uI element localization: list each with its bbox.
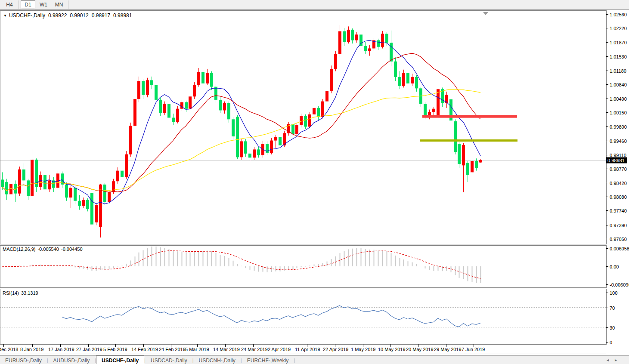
candle-body bbox=[454, 121, 457, 152]
tab-scroll-right-icon[interactable]: ▸ bbox=[615, 358, 617, 362]
chart-tab-usdcnh[interactable]: USDCNH-,Daily bbox=[194, 356, 241, 364]
candle bbox=[35, 158, 38, 192]
candle-body bbox=[475, 161, 478, 168]
candle-body bbox=[317, 108, 320, 117]
candle-body bbox=[69, 188, 72, 197]
candle bbox=[240, 139, 243, 160]
chart-tab-eurusd[interactable]: EURUSD-,Daily bbox=[0, 356, 47, 364]
chart-canvas[interactable]: 1.025601.022201.018701.015301.011801.008… bbox=[0, 0, 629, 355]
candle-body bbox=[270, 141, 273, 153]
candle-body bbox=[210, 73, 213, 86]
candle-body bbox=[74, 188, 77, 201]
chart-tab-audusd[interactable]: AUDUSD-,Daily bbox=[48, 356, 95, 364]
candle-body bbox=[159, 100, 162, 113]
candle bbox=[176, 106, 179, 123]
chart-tab-usdcad[interactable]: USDCAD-,Daily bbox=[146, 356, 192, 364]
candle-body bbox=[18, 170, 21, 194]
candle-body bbox=[479, 160, 482, 163]
candle-body bbox=[364, 46, 367, 51]
candle-body bbox=[142, 81, 145, 95]
tab-separator: | bbox=[294, 356, 295, 364]
rsi-axis-label: 0 bbox=[610, 340, 612, 345]
candle-body bbox=[99, 185, 102, 227]
rsi-axis-label: 70 bbox=[610, 305, 615, 311]
tab-scroll-left-icon[interactable]: ◂ bbox=[607, 358, 609, 362]
macd-panel bbox=[0, 246, 607, 288]
candle-body bbox=[462, 145, 465, 165]
time-axis-label: 24 Mar 2019 bbox=[241, 347, 268, 352]
price-axis-label: 0.98420 bbox=[610, 181, 627, 186]
candle-body bbox=[377, 40, 380, 47]
support-level[interactable] bbox=[420, 139, 517, 142]
candle-body bbox=[31, 160, 34, 196]
time-axis-label: 30 Dec 2018 bbox=[0, 347, 18, 352]
candle-body bbox=[82, 200, 85, 206]
terminal-window: H4D1W1MN 1.025601.022201.018701.015301.0… bbox=[0, 0, 629, 364]
candle bbox=[129, 123, 132, 157]
candle-body bbox=[125, 154, 128, 177]
candle-body bbox=[415, 77, 418, 89]
candle-body bbox=[48, 180, 51, 189]
candle-body bbox=[155, 85, 158, 100]
candle bbox=[270, 138, 273, 154]
candle-body bbox=[343, 31, 346, 42]
candle-body bbox=[27, 180, 30, 196]
candle-body bbox=[334, 54, 337, 69]
candle-body bbox=[279, 137, 282, 145]
macd-axis-label: 0.006058 bbox=[610, 246, 629, 251]
candle-body bbox=[424, 104, 427, 116]
candle-body bbox=[406, 73, 409, 83]
resistance-level[interactable] bbox=[422, 115, 517, 118]
candle bbox=[90, 191, 93, 226]
candle-body bbox=[43, 175, 46, 189]
time-axis-label: 22 Apr 2019 bbox=[323, 347, 348, 352]
price-axis-label: 0.99800 bbox=[610, 124, 627, 130]
candle-body bbox=[219, 100, 222, 111]
candle-body bbox=[308, 114, 311, 126]
candle-body bbox=[172, 118, 175, 122]
candle-body bbox=[368, 49, 371, 51]
time-axis-label: 27 Jan 2019 bbox=[76, 347, 102, 352]
candle-body bbox=[402, 73, 405, 86]
candle bbox=[125, 151, 128, 179]
candle-body bbox=[471, 161, 474, 173]
chart-tab-usdchf[interactable]: USDCHF-,Daily bbox=[96, 355, 144, 364]
candle-body bbox=[22, 170, 25, 181]
chart-title: ▼USDCHF-,Daily0.989220.990120.989170.989… bbox=[3, 12, 132, 19]
candle-body bbox=[458, 144, 461, 164]
candle-body bbox=[150, 80, 153, 85]
candle-body bbox=[189, 96, 192, 108]
candle bbox=[133, 96, 136, 127]
candle-body bbox=[167, 104, 170, 117]
candle bbox=[95, 203, 98, 225]
candle bbox=[103, 183, 106, 205]
candle-body bbox=[236, 117, 239, 157]
candle-body bbox=[206, 73, 209, 83]
candle-body bbox=[291, 124, 294, 134]
candle-body bbox=[325, 91, 328, 102]
time-axis-label: 17 Jan 2019 bbox=[48, 347, 74, 352]
candle-body bbox=[411, 77, 414, 83]
time-axis-label: 2 Apr 2019 bbox=[268, 347, 291, 352]
chart-tab-eurchf[interactable]: EURCHF-,Weekly bbox=[242, 356, 294, 364]
price-axis-label: 0.98080 bbox=[610, 194, 627, 200]
candle-body bbox=[176, 109, 179, 122]
candle-body bbox=[248, 154, 251, 157]
time-axis-label: 24 Feb 2019 bbox=[159, 347, 186, 352]
candle-body bbox=[90, 193, 93, 225]
candle-body bbox=[116, 171, 119, 182]
candle bbox=[232, 117, 235, 140]
time-axis-label: 5 Mar 2019 bbox=[185, 347, 209, 352]
price-axis-label: 1.00150 bbox=[610, 110, 627, 115]
candle-body bbox=[193, 85, 196, 97]
candle-body bbox=[185, 102, 188, 109]
candle-body bbox=[163, 104, 166, 113]
candle bbox=[330, 65, 333, 93]
rsi-panel bbox=[0, 289, 607, 345]
symbol-dropdown-icon[interactable]: ▼ bbox=[3, 14, 7, 18]
candle-body bbox=[321, 102, 324, 117]
ohlc-close: 0.98981 bbox=[113, 12, 132, 19]
price-axis-label: 0.99460 bbox=[610, 139, 627, 144]
price-axis-label: 1.01530 bbox=[610, 54, 627, 59]
rsi-indicator-label: RSI(14)33.1319 bbox=[3, 290, 38, 296]
